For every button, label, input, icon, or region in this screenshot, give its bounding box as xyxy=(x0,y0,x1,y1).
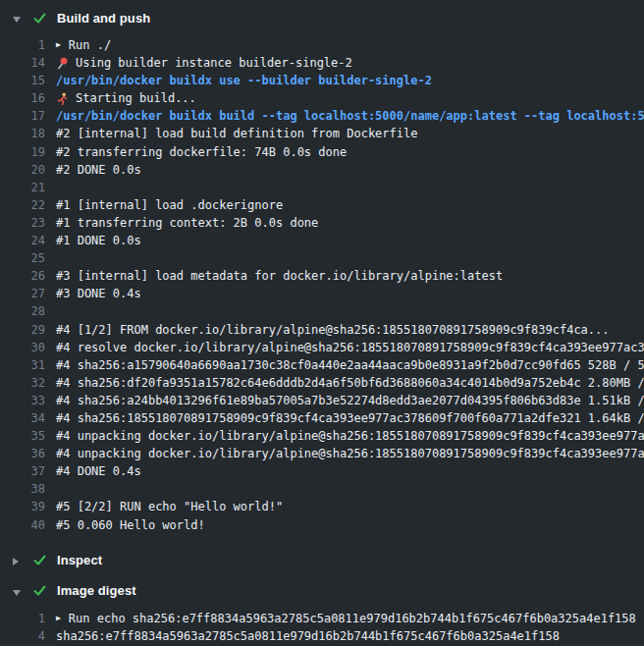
line-number[interactable]: 23 xyxy=(0,214,45,232)
log-text: /usr/bin/docker buildx use --builder bui… xyxy=(56,72,432,89)
log-line-content xyxy=(45,480,644,498)
log-line: 28 xyxy=(0,302,644,320)
log-line: 33#4 sha256:a24bb4013296f61e89ba57005a7b… xyxy=(0,392,644,409)
line-number[interactable]: 28 xyxy=(0,302,45,320)
log-text: #4 sha256:185518070891758909c9f839cf4ca3… xyxy=(56,409,644,427)
line-number[interactable]: 39 xyxy=(0,498,45,515)
log-line: 37#4 DONE 0.4s xyxy=(0,462,644,480)
log-text: /usr/bin/docker buildx build --tag local… xyxy=(56,107,644,125)
log-line: 15/usr/bin/docker buildx use --builder b… xyxy=(0,72,644,89)
line-number[interactable]: 14 xyxy=(0,54,45,72)
step-header-image-digest[interactable]: Image digest xyxy=(0,577,644,605)
line-number[interactable]: 20 xyxy=(0,161,45,179)
log-text: #1 DONE 0.0s xyxy=(56,232,141,249)
step-section-build-and-push: Build and push1▶Run ./14Using builder in… xyxy=(0,4,644,543)
line-number[interactable]: 27 xyxy=(0,285,45,302)
log-line: 17/usr/bin/docker buildx build --tag loc… xyxy=(0,107,644,125)
line-number[interactable]: 33 xyxy=(0,392,45,409)
log-text: #4 sha256:df20fa9351a15782c64e6dddb2d4a6… xyxy=(56,374,644,392)
line-number[interactable]: 38 xyxy=(0,480,45,498)
log-text: #1 [internal] load .dockerignore xyxy=(56,196,283,214)
log-line-content: /usr/bin/docker buildx build --tag local… xyxy=(45,107,644,125)
collapse-step-icon[interactable] xyxy=(13,582,25,600)
line-number[interactable]: 15 xyxy=(0,72,45,89)
line-number[interactable]: 26 xyxy=(0,267,45,285)
log-line: 27#3 DONE 0.4s xyxy=(0,285,644,302)
log-line: 32#4 sha256:df20fa9351a15782c64e6dddb2d4… xyxy=(0,374,644,392)
log-line: 22#1 [internal] load .dockerignore xyxy=(0,196,644,214)
pushpin-emoji xyxy=(56,57,69,70)
step-section-inspect: Inspect xyxy=(0,547,644,574)
log-line: 19#2 transferring dockerfile: 74B 0.0s d… xyxy=(0,143,644,161)
log-text: #2 transferring dockerfile: 74B 0.0s don… xyxy=(56,143,347,161)
log-text: #2 [internal] load build definition from… xyxy=(56,125,417,142)
toggle-triangle xyxy=(13,17,21,23)
log-line-content: #3 [internal] load metadata for docker.i… xyxy=(45,267,644,285)
log-text: #4 DONE 0.4s xyxy=(56,462,141,480)
log-line-content: #4 unpacking docker.io/library/alpine@sh… xyxy=(45,427,644,445)
line-number[interactable]: 22 xyxy=(0,196,45,214)
expand-step-icon[interactable] xyxy=(13,552,25,569)
log-line: 21 xyxy=(0,179,644,196)
log-line: 34#4 sha256:185518070891758909c9f839cf4c… xyxy=(0,409,644,427)
success-check-icon xyxy=(32,11,48,26)
log-line: 26#3 [internal] load metadata for docker… xyxy=(0,267,644,285)
line-number[interactable]: 40 xyxy=(0,516,45,534)
log-line-content xyxy=(45,179,644,196)
line-number[interactable]: 34 xyxy=(0,409,45,427)
log-line-content: #3 DONE 0.4s xyxy=(45,285,644,302)
step-title-inspect: Inspect xyxy=(57,553,102,567)
log-line: 30#4 resolve docker.io/library/alpine@sh… xyxy=(0,339,644,356)
expand-group-icon[interactable]: ▶ xyxy=(56,610,61,627)
log-line-content: #2 transferring dockerfile: 74B 0.0s don… xyxy=(45,143,644,161)
line-number[interactable]: 16 xyxy=(0,89,45,107)
line-number[interactable]: 1 xyxy=(0,610,45,627)
step-section-image-digest: Image digest1▶Run echo sha256:e7ff8834a5… xyxy=(0,577,644,646)
log-line: 1▶Run echo sha256:e7ff8834a5963a2785c5a0… xyxy=(0,610,644,627)
log-line-content: #4 sha256:df20fa9351a15782c64e6dddb2d4a6… xyxy=(45,374,644,392)
log-line-content: #4 sha256:a24bb4013296f61e89ba57005a7b3e… xyxy=(45,392,644,409)
log-line-content: #4 unpacking docker.io/library/alpine@sh… xyxy=(45,445,644,462)
log-line-content: #4 sha256:185518070891758909c9f839cf4ca3… xyxy=(45,409,644,427)
step-title-image-digest: Image digest xyxy=(57,583,136,598)
collapse-step-icon[interactable] xyxy=(13,9,25,27)
line-number[interactable]: 17 xyxy=(0,107,45,125)
log-line-content xyxy=(45,249,644,267)
line-number[interactable]: 21 xyxy=(0,179,45,196)
line-number[interactable]: 35 xyxy=(0,427,45,445)
log-line: 29#4 [1/2] FROM docker.io/library/alpine… xyxy=(0,321,644,339)
log-text: Starting build... xyxy=(76,89,196,107)
line-number[interactable]: 29 xyxy=(0,321,45,339)
line-number[interactable]: 30 xyxy=(0,339,45,356)
line-number[interactable]: 19 xyxy=(0,143,45,161)
toggle-triangle xyxy=(13,590,21,596)
log-line-content: #4 sha256:a15790640a6690aa1730c38cf0a440… xyxy=(45,356,644,374)
line-number[interactable]: 4 xyxy=(0,627,45,645)
log-text: #4 unpacking docker.io/library/alpine@sh… xyxy=(56,427,644,445)
line-number[interactable]: 24 xyxy=(0,232,45,249)
log-text: Run echo sha256:e7ff8834a5963a2785c5a081… xyxy=(69,610,636,627)
step-logs-image-digest: 1▶Run echo sha256:e7ff8834a5963a2785c5a0… xyxy=(0,605,644,646)
expand-group-icon[interactable]: ▶ xyxy=(56,36,61,54)
log-line-content xyxy=(45,302,644,320)
log-line-content: ▶Run echo sha256:e7ff8834a5963a2785c5a08… xyxy=(45,610,644,627)
line-number[interactable]: 36 xyxy=(0,445,45,462)
line-number[interactable]: 1 xyxy=(0,36,45,54)
step-header-inspect[interactable]: Inspect xyxy=(0,547,644,574)
log-line: 36#4 unpacking docker.io/library/alpine@… xyxy=(0,445,644,462)
log-text: #1 transferring context: 2B 0.0s done xyxy=(56,214,318,232)
log-line-content: #4 resolve docker.io/library/alpine@sha2… xyxy=(45,339,644,356)
log-line: 23#1 transferring context: 2B 0.0s done xyxy=(0,214,644,232)
log-line-content: #1 DONE 0.0s xyxy=(45,232,644,249)
line-number[interactable]: 37 xyxy=(0,462,45,480)
line-number[interactable]: 31 xyxy=(0,356,45,374)
line-number[interactable]: 25 xyxy=(0,249,45,267)
log-line: 4sha256:e7ff8834a5963a2785c5a0811e979d16… xyxy=(0,627,644,645)
log-text: #5 0.060 Hello world! xyxy=(56,516,205,534)
step-header-build-and-push[interactable]: Build and push xyxy=(0,4,644,31)
log-line: 20#2 DONE 0.0s xyxy=(0,161,644,179)
line-number[interactable]: 32 xyxy=(0,374,45,392)
log-line: 24#1 DONE 0.0s xyxy=(0,232,644,249)
log-text: sha256:e7ff8834a5963a2785c5a0811e979d16b… xyxy=(56,627,560,645)
line-number[interactable]: 18 xyxy=(0,125,45,142)
